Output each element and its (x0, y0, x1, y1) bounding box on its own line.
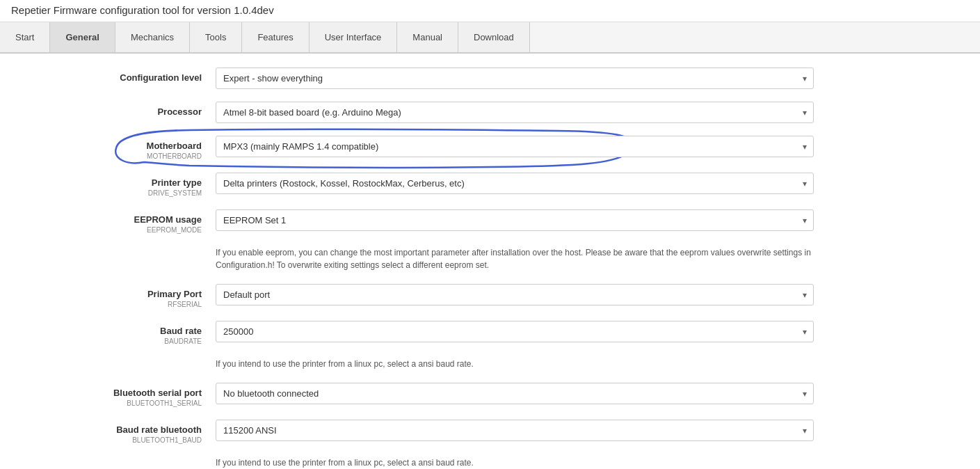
eeprom-info-row: If you enable eeprom, you can change the… (21, 246, 814, 271)
baud-rate-label: Baud rate (21, 326, 202, 336)
printer-type-label: Printer type (21, 177, 202, 188)
motherboard-select-wrapper: MPX3 (mainly RAMPS 1.4 compatible) RAMPS… (216, 136, 814, 157)
printer-type-select-wrapper: Delta printers (Rostock, Kossel, Rostock… (216, 173, 814, 194)
tab-user-interface[interactable]: User Interface (310, 22, 398, 52)
eeprom-usage-input-col: EEPROM Set 1 EEPROM Set 2 Disabled (216, 209, 814, 231)
motherboard-label: Motherboard (21, 141, 202, 151)
eeprom-info-spacer (21, 246, 216, 271)
bluetooth-serial-row: Bluetooth serial port BLUETOOTH1_SERIAL … (21, 383, 814, 407)
nav-tabs: Start General Mechanics Tools Features U… (0, 22, 980, 54)
processor-select[interactable]: Atmel 8-bit based board (e.g. Arduino Me… (216, 102, 814, 123)
baud-rate-bluetooth-select-wrapper: 9600 115200 ANSI 250000 (216, 420, 814, 441)
processor-label: Processor (21, 106, 202, 117)
baud-rate-info-row: If you intend to use the printer from a … (21, 358, 814, 370)
baud-rate-bluetooth-info-spacer (21, 456, 216, 469)
printer-type-sublabel: DRIVE_SYSTEM (21, 189, 202, 197)
tab-features[interactable]: Features (242, 22, 309, 52)
tab-download[interactable]: Download (458, 22, 530, 52)
primary-port-label-col: Primary Port RFSERIAL (21, 284, 216, 308)
baud-rate-sublabel: BAUDRATE (21, 337, 202, 345)
baud-rate-bluetooth-label-col: Baud rate bluetooth BLUETOOTH1_BAUD (21, 420, 216, 444)
configuration-level-input-col: Expert - show everything Easy - Reduced … (216, 67, 814, 89)
eeprom-usage-row: EEPROM usage EEPROM_MODE EEPROM Set 1 EE… (21, 209, 814, 234)
bluetooth-serial-sublabel: BLUETOOTH1_SERIAL (21, 399, 202, 407)
bluetooth-serial-select-wrapper: No bluetooth connected Bluetooth 1 Bluet… (216, 383, 814, 404)
tab-manual[interactable]: Manual (397, 22, 458, 52)
baud-rate-select[interactable]: 115200 250000 500000 1000000 (216, 321, 814, 342)
primary-port-input-col: Default port Serial 1 Serial 2 Serial 3 (216, 284, 814, 305)
motherboard-row: Motherboard MOTHERBOARD MPX3 (mainly RAM… (21, 136, 814, 160)
configuration-level-label-col: Configuration level (21, 67, 216, 83)
tab-mechanics[interactable]: Mechanics (115, 22, 190, 52)
eeprom-usage-label-col: EEPROM usage EEPROM_MODE (21, 209, 216, 234)
bluetooth-serial-label: Bluetooth serial port (21, 388, 202, 398)
tab-start[interactable]: Start (0, 22, 50, 52)
printer-type-label-col: Printer type DRIVE_SYSTEM (21, 173, 216, 197)
bluetooth-serial-select[interactable]: No bluetooth connected Bluetooth 1 Bluet… (216, 383, 814, 404)
configuration-level-select-wrapper: Expert - show everything Easy - Reduced … (216, 67, 814, 89)
primary-port-label: Primary Port (21, 289, 202, 299)
content-area: Configuration level Expert - show everyt… (0, 54, 835, 469)
baud-rate-select-wrapper: 115200 250000 500000 1000000 (216, 321, 814, 342)
baud-rate-bluetooth-row: Baud rate bluetooth BLUETOOTH1_BAUD 9600… (21, 420, 814, 444)
eeprom-usage-sublabel: EEPROM_MODE (21, 226, 202, 234)
baud-rate-bluetooth-select[interactable]: 9600 115200 ANSI 250000 (216, 420, 814, 441)
motherboard-sublabel: MOTHERBOARD (21, 152, 202, 160)
primary-port-sublabel: RFSERIAL (21, 301, 202, 308)
eeprom-info-text: If you enable eeprom, you can change the… (216, 246, 814, 271)
eeprom-usage-label: EEPROM usage (21, 214, 202, 225)
primary-port-select-wrapper: Default port Serial 1 Serial 2 Serial 3 (216, 284, 814, 305)
processor-label-col: Processor (21, 102, 216, 117)
processor-select-wrapper: Atmel 8-bit based board (e.g. Arduino Me… (216, 102, 814, 123)
baud-rate-bluetooth-input-col: 9600 115200 ANSI 250000 (216, 420, 814, 441)
configuration-level-row: Configuration level Expert - show everyt… (21, 67, 814, 89)
baud-rate-info-spacer (21, 358, 216, 370)
printer-type-select[interactable]: Delta printers (Rostock, Kossel, Rostock… (216, 173, 814, 194)
configuration-level-select[interactable]: Expert - show everything Easy - Reduced … (216, 67, 814, 89)
motherboard-select[interactable]: MPX3 (mainly RAMPS 1.4 compatible) RAMPS… (216, 136, 814, 157)
processor-row: Processor Atmel 8-bit based board (e.g. … (21, 102, 814, 123)
configuration-level-label: Configuration level (21, 72, 202, 83)
printer-type-input-col: Delta printers (Rostock, Kossel, Rostock… (216, 173, 814, 194)
baud-rate-bluetooth-label: Baud rate bluetooth (21, 424, 202, 435)
eeprom-usage-select-wrapper: EEPROM Set 1 EEPROM Set 2 Disabled (216, 209, 814, 231)
baud-rate-input-col: 115200 250000 500000 1000000 (216, 321, 814, 342)
baud-rate-bluetooth-info-row: If you intend to use the printer from a … (21, 456, 814, 469)
bluetooth-serial-label-col: Bluetooth serial port BLUETOOTH1_SERIAL (21, 383, 216, 407)
baud-rate-label-col: Baud rate BAUDRATE (21, 321, 216, 345)
baud-rate-info-text: If you intend to use the printer from a … (216, 358, 814, 370)
page-title: Repetier Firmware configuration tool for… (0, 0, 980, 22)
baud-rate-bluetooth-info-text: If you intend to use the printer from a … (216, 456, 814, 469)
primary-port-select[interactable]: Default port Serial 1 Serial 2 Serial 3 (216, 284, 814, 305)
eeprom-usage-select[interactable]: EEPROM Set 1 EEPROM Set 2 Disabled (216, 209, 814, 231)
printer-type-row: Printer type DRIVE_SYSTEM Delta printers… (21, 173, 814, 197)
primary-port-row: Primary Port RFSERIAL Default port Seria… (21, 284, 814, 308)
processor-input-col: Atmel 8-bit based board (e.g. Arduino Me… (216, 102, 814, 123)
tab-tools[interactable]: Tools (190, 22, 242, 52)
motherboard-input-col: MPX3 (mainly RAMPS 1.4 compatible) RAMPS… (216, 136, 814, 157)
baud-rate-bluetooth-sublabel: BLUETOOTH1_BAUD (21, 436, 202, 444)
tab-general[interactable]: General (50, 22, 115, 52)
motherboard-label-col: Motherboard MOTHERBOARD (21, 136, 216, 160)
baud-rate-row: Baud rate BAUDRATE 115200 250000 500000 … (21, 321, 814, 345)
bluetooth-serial-input-col: No bluetooth connected Bluetooth 1 Bluet… (216, 383, 814, 404)
